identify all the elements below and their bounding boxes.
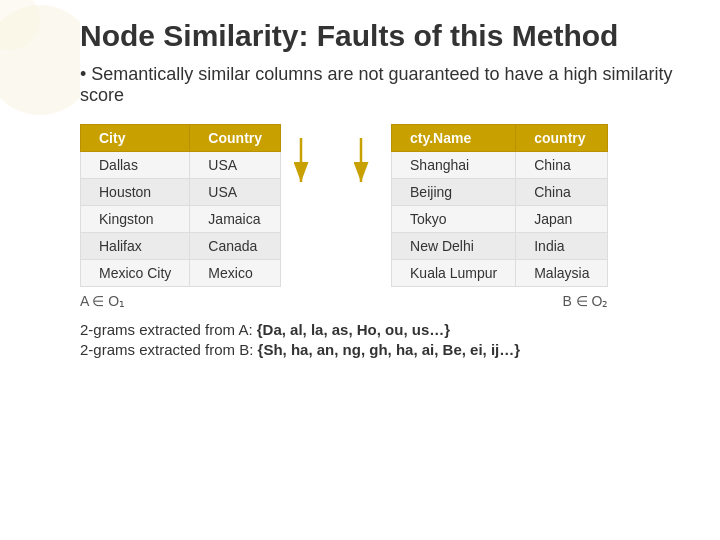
table-a-container: City Country DallasUSAHoustonUSAKingston…: [80, 124, 281, 309]
table-row: TokyoJapan: [392, 206, 608, 233]
table-a-header-city: City: [81, 125, 190, 152]
arrow-connector: [281, 124, 381, 182]
table-row: New DelhiIndia: [392, 233, 608, 260]
table-b-label: B ∈ O₂: [562, 293, 608, 309]
table-a-header-country: Country: [190, 125, 281, 152]
table-row: ShanghaiChina: [392, 152, 608, 179]
footnote-2: 2-grams extracted from B: {Sh, ha, an, n…: [80, 341, 680, 358]
subtitle: • Semantically similar columns are not g…: [80, 64, 680, 106]
table-a-label: A ∈ O₁: [80, 293, 125, 309]
table-row: Kuala LumpurMalaysia: [392, 260, 608, 287]
table-row: BeijingChina: [392, 179, 608, 206]
table-row: Mexico CityMexico: [81, 260, 281, 287]
table-row: KingstonJamaica: [81, 206, 281, 233]
table-b-container: cty.Name country ShanghaiChinaBeijingChi…: [391, 124, 608, 309]
table-b-header-ctyname: cty.Name: [392, 125, 516, 152]
footnotes: 2-grams extracted from A: {Da, al, la, a…: [80, 321, 680, 358]
table-b-header-country: country: [516, 125, 608, 152]
bg-decoration: [0, 0, 80, 120]
page-title: Node Similarity: Faults of this Method: [80, 18, 680, 54]
table-b: cty.Name country ShanghaiChinaBeijingChi…: [391, 124, 608, 287]
table-row: HalifaxCanada: [81, 233, 281, 260]
arrow-icon: [281, 138, 381, 182]
table-row: HoustonUSA: [81, 179, 281, 206]
bullet-point: •: [80, 64, 91, 84]
table-row: DallasUSA: [81, 152, 281, 179]
table-a: City Country DallasUSAHoustonUSAKingston…: [80, 124, 281, 287]
footnote-1: 2-grams extracted from A: {Da, al, la, a…: [80, 321, 680, 338]
